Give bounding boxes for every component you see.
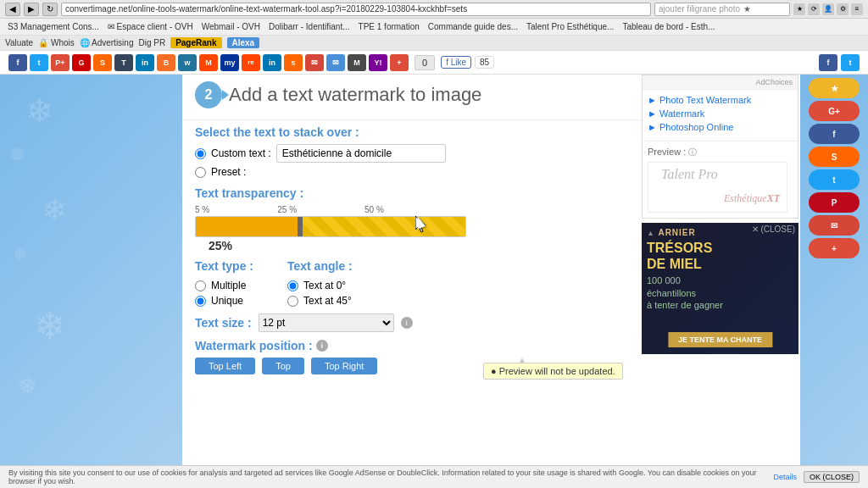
plus-social-btn[interactable]: + xyxy=(809,238,860,258)
slider-thumb[interactable] xyxy=(298,217,303,236)
share-right: f t xyxy=(819,54,860,71)
social-googleplus[interactable]: P+ xyxy=(51,54,70,71)
pin-social-btn[interactable]: P xyxy=(809,192,860,213)
multiple-radio[interactable] xyxy=(195,280,206,291)
tw-social-btn[interactable]: t xyxy=(809,169,860,190)
text-angle-label: Text angle : xyxy=(287,259,353,273)
social-mail[interactable]: M xyxy=(348,54,366,71)
toolbar-advertising[interactable]: 🌐 Advertising xyxy=(80,38,134,47)
custom-text-input[interactable] xyxy=(276,144,446,163)
custom-text-radio[interactable] xyxy=(195,148,206,159)
social-yahoo[interactable]: Y! xyxy=(369,54,387,71)
su-social-btn[interactable]: S xyxy=(809,147,860,167)
address-bar[interactable]: convertimage.net/online-tools-watermark/… xyxy=(61,3,651,16)
sync-icon[interactable]: ⟳ xyxy=(808,3,820,15)
text-type-group: Text type : Multiple Unique xyxy=(195,259,253,307)
consent-details-link[interactable]: Details xyxy=(773,473,797,481)
bookmark-commande[interactable]: Commande guide des... xyxy=(426,22,520,31)
social-twitter[interactable]: t xyxy=(30,54,48,71)
ad-link-photo-text[interactable]: Photo Text Watermark xyxy=(648,95,793,105)
social-google[interactable]: G xyxy=(72,54,91,71)
star-icon[interactable]: ★ xyxy=(793,3,805,15)
social-tumblr[interactable]: T xyxy=(114,54,133,71)
preview-text-1: Talent Pro xyxy=(661,167,718,182)
toolbar-valuate[interactable]: Valuate xyxy=(5,38,33,47)
share-tw-button[interactable]: t xyxy=(841,54,860,71)
step-title: Add a text watermark to image xyxy=(229,84,481,106)
fb-like-count: 85 xyxy=(475,56,494,69)
forward-button[interactable]: ▶ xyxy=(24,3,39,16)
mail-social-btn[interactable]: ✉ xyxy=(809,215,860,236)
angle-0-radio[interactable] xyxy=(287,280,298,291)
toolbar-alexa[interactable]: Alexa xyxy=(227,37,260,48)
social-reddit[interactable]: M xyxy=(199,54,218,71)
ad-link-photoshop[interactable]: Photoshop Online xyxy=(648,122,793,132)
ad-close-btn[interactable]: ✕ (CLOSE) xyxy=(752,225,795,234)
bookmark-talent[interactable]: Talent Pro Esthétique... xyxy=(524,22,616,31)
social-linkedin[interactable]: in xyxy=(136,54,154,71)
social-myspace[interactable]: my xyxy=(220,54,239,71)
toolbar-digpr[interactable]: Dig PR xyxy=(138,38,165,47)
ad-banner: ▲ ARNIER TRÉSORSDE MIEL 100 000échantill… xyxy=(642,223,798,354)
ad-cta-button[interactable]: JE TENTE MA CHANTE xyxy=(668,332,772,347)
snowflake-2: ❅ xyxy=(8,142,26,167)
right-panel: AdChoices Photo Text Watermark Watermark… xyxy=(642,75,798,219)
angle-45-label: Text at 45° xyxy=(303,295,352,307)
bookmark-espace[interactable]: ✉ Espace client - OVH xyxy=(105,22,196,31)
angle-0-row: Text at 0° xyxy=(287,280,353,291)
share-count[interactable]: 0 xyxy=(415,55,435,70)
slider-label-5: 5 % xyxy=(195,205,209,214)
menu-icon[interactable]: ≡ xyxy=(851,3,863,15)
share-fb-button[interactable]: f xyxy=(819,54,837,71)
bookmark-webmail[interactable]: Webmail - OVH xyxy=(199,22,263,31)
transparency-slider[interactable] xyxy=(195,216,466,237)
gplus-social-btn[interactable]: G+ xyxy=(809,101,860,121)
preset-radio[interactable] xyxy=(195,167,206,178)
user-icon[interactable]: 👤 xyxy=(822,3,834,15)
pos-top-left-btn[interactable]: Top Left xyxy=(195,358,255,374)
ad-links: Photo Text Watermark Watermark Photoshop… xyxy=(643,90,798,141)
settings-icon[interactable]: ⚙ xyxy=(837,3,849,15)
fb-social-btn[interactable]: f xyxy=(809,124,860,144)
unique-radio[interactable] xyxy=(195,296,206,307)
preset-label: Preset : xyxy=(211,166,246,178)
browser-icons: ★ ⟳ 👤 ⚙ ≡ xyxy=(793,3,863,15)
angle-45-radio[interactable] xyxy=(287,296,298,307)
left-sidebar-bg: ❄ ❅ ❄ ❅ ❄ ❅ xyxy=(0,75,182,488)
social-facebook[interactable]: f xyxy=(8,54,27,71)
bookmark-tableau[interactable]: Tableau de bord - Esth... xyxy=(620,22,717,31)
social-email[interactable]: ✉ xyxy=(305,54,324,71)
star-social-btn[interactable]: ★ xyxy=(809,78,860,98)
bookmark-s3[interactable]: S3 Management Cons... xyxy=(5,22,102,31)
text-size-select[interactable]: 8 pt 10 pt 12 pt 14 pt 16 pt 18 pt 24 pt… xyxy=(259,313,394,332)
unique-label: Unique xyxy=(211,295,243,307)
back-button[interactable]: ◀ xyxy=(5,3,20,16)
slider-label-50: 50 % xyxy=(364,205,384,214)
bookmark-dolibarr[interactable]: Dolibarr - Identifiant... xyxy=(266,22,353,31)
refresh-button[interactable]: ↻ xyxy=(42,3,58,16)
text-size-label: Text size : xyxy=(195,316,252,330)
social-email2[interactable]: ✉ xyxy=(326,54,345,71)
pos-top-right-btn[interactable]: Top Right xyxy=(311,358,377,374)
pos-top-btn[interactable]: Top xyxy=(262,358,304,374)
social-stumble[interactable]: S xyxy=(93,54,112,71)
preview-tooltip: ● Preview will not be updated. xyxy=(483,363,623,380)
snowflake-6: ❅ xyxy=(17,371,38,401)
watermark-info-icon[interactable]: i xyxy=(316,340,328,352)
fb-like-button[interactable]: f Like xyxy=(441,56,471,69)
social-reddit2[interactable]: re xyxy=(242,54,260,71)
social-blogger[interactable]: B xyxy=(157,54,175,71)
social-plus[interactable]: + xyxy=(390,54,409,71)
social-wordpress[interactable]: w xyxy=(178,54,197,71)
bookmark-tpe[interactable]: TPE 1 formation xyxy=(356,22,422,31)
social-linkedin2[interactable]: in xyxy=(263,54,281,71)
toolbar-pagerank[interactable]: PageRank xyxy=(170,37,221,48)
ad-link-watermark[interactable]: Watermark xyxy=(648,108,793,119)
toolbar-whois[interactable]: 🔒 Whois xyxy=(38,38,75,47)
search-bar[interactable]: ajouter filigrane photo ★ xyxy=(654,3,790,16)
slider-fill xyxy=(196,217,302,236)
consent-ok-btn[interactable]: OK (CLOSE) xyxy=(804,471,860,483)
social-share[interactable]: s xyxy=(284,54,303,71)
ad-subtext: 100 000échantillonsà tenter de gagner xyxy=(647,274,793,311)
info-icon[interactable]: i xyxy=(401,317,413,329)
